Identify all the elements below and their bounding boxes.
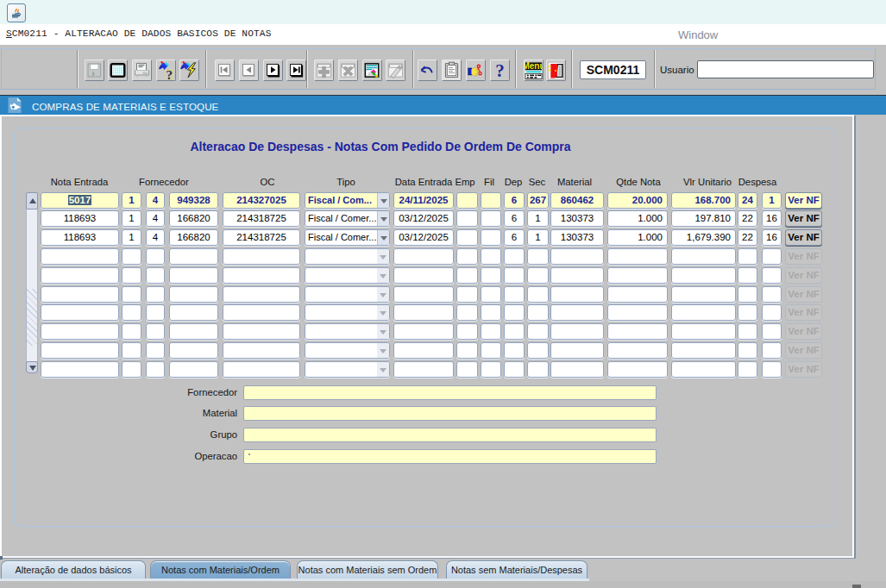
svg-text:?: ? bbox=[166, 67, 173, 80]
svg-text:Menu: Menu bbox=[525, 61, 543, 71]
svg-text:?: ? bbox=[495, 60, 505, 81]
